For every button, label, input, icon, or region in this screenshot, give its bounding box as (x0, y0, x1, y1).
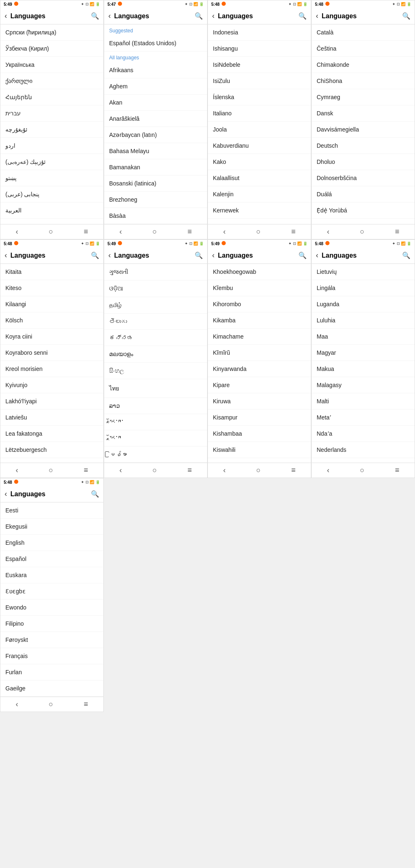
list-item[interactable]: Føroyskt (0, 632, 103, 648)
nav-home[interactable]: ○ (49, 227, 53, 236)
nav-back[interactable]: ‹ (327, 466, 330, 475)
list-item[interactable]: Deutsch (312, 138, 415, 154)
list-item[interactable]: Српски (ћирилица) (0, 24, 103, 41)
list-item[interactable]: Lakhó'l'iyapi (0, 393, 103, 410)
list-item[interactable]: Kiruwa (208, 393, 311, 410)
nav-back[interactable]: ‹ (16, 227, 18, 236)
back-button[interactable]: ‹ (108, 12, 111, 20)
list-item[interactable]: සිංහල (104, 363, 207, 379)
list-item[interactable]: Metaʼ (312, 410, 415, 426)
list-item[interactable]: తెలుగు (104, 314, 207, 330)
list-item[interactable]: Bahasa Melayu (104, 143, 207, 159)
list-item[interactable]: עברית (0, 105, 103, 122)
list-item[interactable]: Lingála (312, 280, 415, 296)
list-item[interactable]: Kako (208, 154, 311, 170)
list-item[interactable]: ଓଡ଼ିଆ (104, 280, 207, 297)
list-item[interactable]: Furlan (0, 664, 103, 680)
list-item[interactable]: Malti (312, 393, 415, 410)
search-button[interactable]: 🔍 (91, 12, 99, 20)
nav-back[interactable]: ‹ (16, 466, 18, 475)
search-button[interactable]: 🔍 (298, 251, 307, 259)
list-item[interactable]: Ẹ̀dẹ̀ Yorùbá (312, 202, 415, 219)
list-item[interactable]: Nederlands (312, 442, 415, 458)
list-item[interactable]: Kalaallisut (208, 170, 311, 186)
list-item[interactable]: རྗོང་ཁ (104, 430, 207, 446)
list-item[interactable]: Gaeilge (0, 680, 103, 697)
search-button[interactable]: 🔍 (195, 12, 203, 20)
list-item[interactable]: Kinyarwanda (208, 361, 311, 377)
list-item[interactable]: Kalenjin (208, 186, 311, 202)
nav-home[interactable]: ○ (360, 466, 364, 475)
list-item[interactable]: Kernewek (208, 202, 311, 219)
list-item[interactable]: Aghem (104, 78, 207, 95)
nav-home[interactable]: ○ (360, 227, 364, 236)
back-button[interactable]: ‹ (108, 251, 111, 260)
list-item[interactable]: Українська (0, 57, 103, 73)
list-item[interactable]: Español (0, 551, 103, 567)
list-item[interactable]: Kyivunjo (0, 377, 103, 393)
search-button[interactable]: 🔍 (402, 251, 410, 259)
nav-menu[interactable]: ≡ (395, 227, 400, 236)
list-item[interactable]: Kimachame (208, 329, 311, 345)
list-item[interactable]: Luganda (312, 296, 415, 312)
nav-menu[interactable]: ≡ (188, 227, 192, 236)
nav-menu[interactable]: ≡ (84, 466, 88, 475)
list-item[interactable]: Lëtzebuergesch (0, 442, 103, 458)
list-item[interactable]: Maa (312, 329, 415, 345)
list-item[interactable]: ລາວ (104, 398, 207, 414)
list-item[interactable]: Հայերեն (0, 89, 103, 105)
list-item[interactable]: Kishambaa (208, 426, 311, 442)
list-item[interactable]: Kölsch (0, 312, 103, 329)
list-item[interactable]: ไทย (104, 379, 207, 398)
list-item[interactable]: Kikamba (208, 312, 311, 329)
list-item[interactable]: ಕನ್ನಡ (104, 330, 207, 346)
list-item[interactable]: Brezhoneg (104, 192, 207, 208)
list-item[interactable]: العربية (0, 202, 103, 219)
list-item[interactable]: Kĩmĩrũ (208, 345, 311, 361)
list-item[interactable]: Ewondo (0, 600, 103, 616)
back-button[interactable]: ‹ (5, 12, 7, 20)
nav-menu[interactable]: ≡ (84, 700, 88, 709)
nav-back[interactable]: ‹ (327, 227, 330, 236)
list-item[interactable]: Lea fakatonga (0, 426, 103, 442)
list-item[interactable]: English (0, 535, 103, 551)
list-item[interactable]: Español (Estados Unidos) (104, 35, 207, 51)
list-item[interactable]: Italiano (208, 105, 311, 122)
list-item[interactable]: Azərbaycan (latın) (104, 127, 207, 143)
list-item[interactable]: རྫོང་ཁ་ (104, 414, 207, 430)
nav-back[interactable]: ‹ (16, 700, 18, 709)
search-button[interactable]: 🔍 (195, 251, 203, 259)
list-item[interactable]: Kĩembu (208, 280, 311, 296)
list-item[interactable]: Kilaangi (0, 296, 103, 312)
list-item[interactable]: Filipino (0, 616, 103, 632)
list-item[interactable]: IsiZulu (208, 73, 311, 89)
back-button[interactable]: ‹ (5, 490, 7, 498)
list-item[interactable]: پښتو (0, 170, 103, 186)
list-item[interactable]: Dolnoserbšćina (312, 170, 415, 186)
list-item[interactable]: Indonesia (208, 24, 311, 41)
list-item[interactable]: Eesti (0, 502, 103, 519)
list-item[interactable]: Ishisangu (208, 41, 311, 57)
list-item[interactable]: Ɛʋɛgbɛ (0, 583, 103, 600)
nav-menu[interactable]: ≡ (395, 466, 400, 475)
list-item[interactable]: தமிழ் (104, 297, 207, 314)
search-button[interactable]: 🔍 (91, 251, 99, 259)
nav-back[interactable]: ‹ (223, 466, 226, 475)
list-item[interactable]: Íslenska (208, 89, 311, 105)
nav-menu[interactable]: ≡ (291, 466, 296, 475)
nav-menu[interactable]: ≡ (84, 227, 88, 236)
list-item[interactable]: မြန်မာ (104, 446, 207, 463)
list-item[interactable]: Dholuo (312, 154, 415, 170)
list-item[interactable]: Malagasy (312, 377, 415, 393)
list-item[interactable]: Kiswahili (208, 442, 311, 458)
list-item[interactable]: IsiNdebele (208, 57, 311, 73)
list-item[interactable]: Afrikaans (104, 62, 207, 78)
list-item[interactable]: ئۇيغۇرچە (0, 122, 103, 138)
back-button[interactable]: ‹ (316, 12, 318, 20)
list-item[interactable]: Duálá (312, 186, 415, 202)
list-item[interactable]: Čeština (312, 41, 415, 57)
list-item[interactable]: ქართული (0, 73, 103, 89)
list-item[interactable]: Luluhia (312, 312, 415, 329)
list-item[interactable]: Kisampur (208, 410, 311, 426)
list-item[interactable]: Kreol morisien (0, 361, 103, 377)
